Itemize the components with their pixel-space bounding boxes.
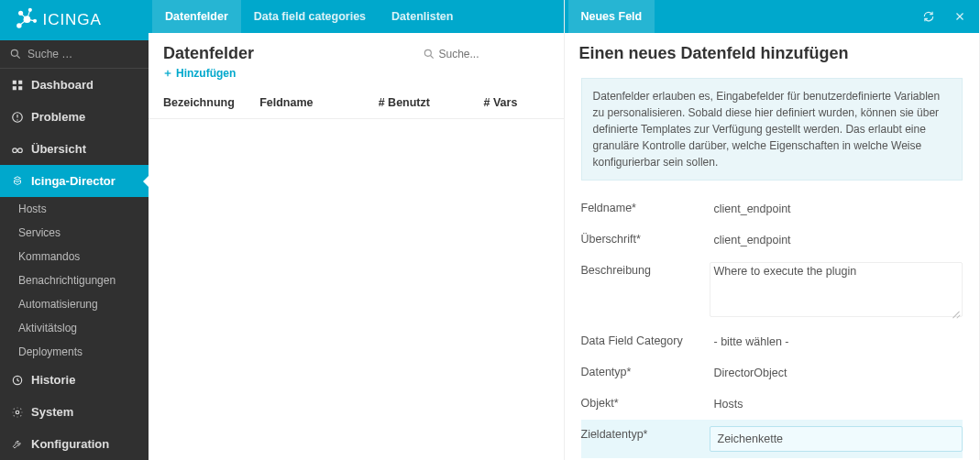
label-category: Data Field Category xyxy=(581,333,710,347)
col-vars[interactable]: # Vars xyxy=(452,96,548,109)
form-title: Einen neues Datenfeld hinzufügen xyxy=(579,44,849,63)
subnav-deployments[interactable]: Deployments xyxy=(0,340,149,364)
svg-rect-15 xyxy=(18,86,22,90)
nav-probleme[interactable]: Probleme xyxy=(0,101,149,133)
plus-icon xyxy=(163,69,172,78)
list-search[interactable] xyxy=(423,48,549,60)
list-search-input[interactable] xyxy=(439,48,549,60)
info-icon xyxy=(11,111,24,124)
form-body: Datenfelder erlauben es, Eingabefelder f… xyxy=(565,67,980,460)
select-objekt[interactable]: Hosts xyxy=(710,395,963,413)
svg-point-22 xyxy=(16,411,19,414)
close-button[interactable] xyxy=(944,0,975,33)
nav-icinga-director[interactable]: Icinga-Director xyxy=(0,165,149,197)
col-benutzt[interactable]: # Benutzt xyxy=(356,96,452,109)
nav-historie[interactable]: Historie xyxy=(0,364,149,396)
svg-point-23 xyxy=(424,49,431,56)
nav-dashboard[interactable]: Dashboard xyxy=(0,69,149,101)
select-category[interactable]: - bitte wählen - xyxy=(710,333,963,351)
content: Datenfelder Data field categories Datenl… xyxy=(149,0,980,460)
tab-neues-feld[interactable]: Neues Feld xyxy=(568,0,655,33)
gear-icon xyxy=(11,406,24,419)
right-tabs: Neues Feld xyxy=(565,0,980,33)
table-header: Bezeichnung Feldname # Benutzt # Vars xyxy=(149,87,564,119)
svg-line-24 xyxy=(430,55,433,58)
label-beschreibung: Beschreibung xyxy=(581,262,710,277)
svg-line-11 xyxy=(17,56,20,59)
refresh-button[interactable] xyxy=(913,0,944,33)
input-ueberschrift[interactable] xyxy=(710,231,963,249)
label-datentyp: Datentyp* xyxy=(581,364,710,378)
svg-text:ICINGA: ICINGA xyxy=(43,10,102,28)
subnav-aktivitaetslog[interactable]: Aktivitätslog xyxy=(0,316,149,340)
tab-datenfelder[interactable]: Datenfelder xyxy=(152,0,241,33)
wrench-icon xyxy=(11,438,24,451)
input-feldname[interactable] xyxy=(710,200,963,218)
left-column: Datenfelder Data field categories Datenl… xyxy=(149,0,565,460)
tab-datenlisten[interactable]: Datenlisten xyxy=(379,0,466,33)
label-feldname: Feldname* xyxy=(581,200,710,214)
icinga-logo-icon: ICINGA xyxy=(13,6,123,34)
svg-rect-13 xyxy=(18,80,22,83)
subnav-hosts[interactable]: Hosts xyxy=(0,197,149,221)
search-icon xyxy=(423,48,435,60)
subnav-automatisierung[interactable]: Automatisierung xyxy=(0,292,149,316)
svg-rect-14 xyxy=(13,86,17,90)
svg-point-19 xyxy=(13,148,17,152)
search-icon xyxy=(9,48,22,60)
svg-point-10 xyxy=(11,49,17,56)
label-objekt: Objekt* xyxy=(581,395,710,410)
svg-rect-12 xyxy=(13,80,17,83)
input-beschreibung[interactable] xyxy=(710,262,963,317)
subnav-benachrichtigungen[interactable]: Benachrichtigungen xyxy=(0,268,149,292)
close-icon xyxy=(954,11,965,22)
binoculars-icon xyxy=(11,143,24,156)
nav-system[interactable]: System xyxy=(0,396,149,428)
dashboard-icon xyxy=(11,79,24,92)
cubes-icon xyxy=(11,175,24,188)
col-bezeichnung[interactable]: Bezeichnung xyxy=(163,96,259,109)
subnav-kommandos[interactable]: Kommandos xyxy=(0,245,149,268)
subnav-services[interactable]: Services xyxy=(0,221,149,245)
refresh-icon xyxy=(922,10,935,23)
add-link[interactable]: Hinzufügen xyxy=(149,67,564,87)
page-title: Datenfelder xyxy=(163,44,254,63)
label-ueberschrift: Überschrift* xyxy=(581,231,710,246)
sidebar: ICINGA Suche … Dashboard Probleme Übersi… xyxy=(0,0,149,460)
svg-point-18 xyxy=(17,119,17,120)
info-box: Datenfelder erlauben es, Eingabefelder f… xyxy=(581,78,963,181)
nav-uebersicht[interactable]: Übersicht xyxy=(0,133,149,165)
logo[interactable]: ICINGA xyxy=(0,0,149,40)
nav-konfiguration[interactable]: Konfiguration xyxy=(0,428,149,460)
right-column: Neues Feld Einen neues Datenfeld hinzufü… xyxy=(565,0,981,460)
global-search[interactable]: Suche … xyxy=(0,40,149,69)
tab-data-field-categories[interactable]: Data field categories xyxy=(241,0,379,33)
svg-point-20 xyxy=(18,148,23,152)
col-feldname[interactable]: Feldname xyxy=(259,96,356,109)
label-zieldatentyp: Zieldatentyp* xyxy=(581,426,710,441)
history-icon xyxy=(11,374,24,387)
global-search-placeholder: Suche … xyxy=(28,48,72,60)
select-datentyp[interactable]: DirectorObject xyxy=(710,364,963,382)
left-tabs: Datenfelder Data field categories Datenl… xyxy=(149,0,564,33)
select-zieldatentyp[interactable]: Zeichenkette xyxy=(710,426,963,452)
